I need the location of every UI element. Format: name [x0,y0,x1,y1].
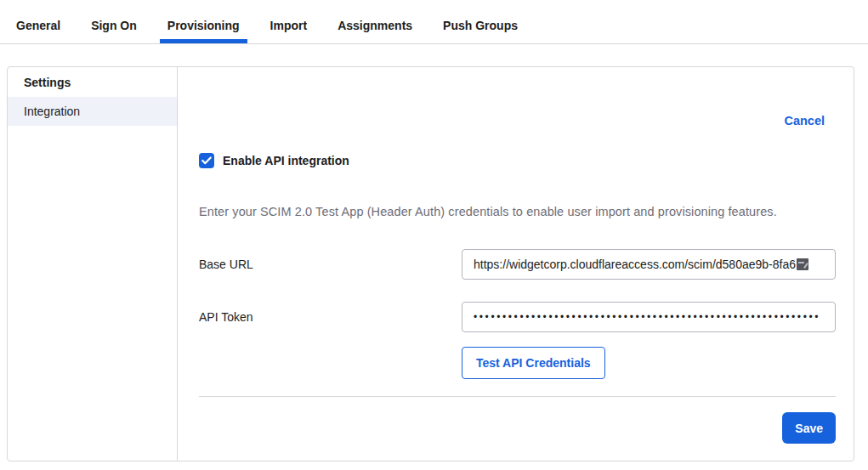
form-actions-top: Cancel [178,113,854,127]
cancel-button[interactable]: Cancel [784,114,825,127]
integration-form: Cancel Enable API integration Enter your… [178,67,854,461]
sidebar-item-integration[interactable]: Integration [8,97,177,126]
form-content: Enable API integration Enter your SCIM 2… [178,153,854,444]
base-url-input[interactable]: https://widgetcorp.cloudflareaccess.com/… [462,249,836,280]
save-button[interactable]: Save [782,412,836,444]
api-token-input[interactable]: ••••••••••••••••••••••••••••••••••••••••… [462,302,836,332]
api-token-masked-value: ••••••••••••••••••••••••••••••••••••••••… [474,311,820,323]
text-cursor-icon [797,258,808,270]
app-tabbar: General Sign On Provisioning Import Assi… [0,0,868,44]
tab-label: General [16,19,60,32]
enable-api-label: Enable API integration [223,154,349,167]
tab-general[interactable]: General [16,8,60,43]
tab-label: Import [270,19,308,32]
settings-sidenav: Settings Integration [8,67,178,461]
sidebar-item-label: Integration [24,105,80,118]
sidenav-header: Settings [8,67,177,97]
base-url-label: Base URL [199,258,462,271]
credentials-description: Enter your SCIM 2.0 Test App (Header Aut… [199,205,836,218]
tab-label: Assignments [338,19,412,32]
tab-assignments[interactable]: Assignments [338,8,412,43]
api-token-label: API Token [199,310,462,324]
tab-sign-on[interactable]: Sign On [91,8,137,43]
tab-push-groups[interactable]: Push Groups [443,8,518,43]
provisioning-panel: Settings Integration Cancel Enable API i… [7,66,854,462]
api-token-row: API Token ••••••••••••••••••••••••••••••… [199,302,836,332]
tab-label: Sign On [91,19,137,32]
test-api-credentials-button[interactable]: Test API Credentials [462,347,605,379]
test-credentials-row: Test API Credentials [199,347,836,379]
tab-provisioning[interactable]: Provisioning [167,8,240,43]
base-url-row: Base URL https://widgetcorp.cloudflareac… [199,249,836,280]
enable-api-checkbox[interactable] [199,153,214,168]
form-actions-bottom: Save [199,412,836,444]
base-url-value: https://widgetcorp.cloudflareaccess.com/… [474,258,796,271]
active-tab-underline [160,39,247,43]
tab-import[interactable]: Import [270,8,308,43]
tab-label: Provisioning [167,19,240,32]
enable-api-row: Enable API integration [199,153,836,168]
footer-divider [199,396,836,397]
tab-label: Push Groups [443,19,518,32]
checkmark-icon [201,156,212,165]
